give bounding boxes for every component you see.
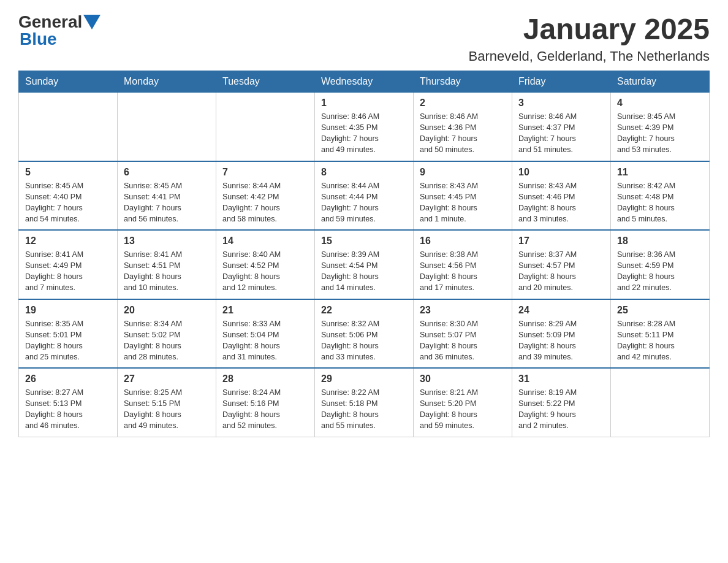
day-info: Sunrise: 8:36 AM Sunset: 4:59 PM Dayligh… (617, 249, 703, 294)
calendar-week-row: 26Sunrise: 8:27 AM Sunset: 5:13 PM Dayli… (19, 368, 710, 437)
calendar-cell: 10Sunrise: 8:43 AM Sunset: 4:46 PM Dayli… (512, 161, 611, 231)
day-info: Sunrise: 8:45 AM Sunset: 4:40 PM Dayligh… (25, 180, 111, 225)
day-info: Sunrise: 8:44 AM Sunset: 4:44 PM Dayligh… (321, 180, 407, 225)
day-info: Sunrise: 8:27 AM Sunset: 5:13 PM Dayligh… (25, 387, 111, 432)
title-area: January 2025 Barneveld, Gelderland, The … (469, 12, 710, 64)
day-number: 28 (222, 373, 308, 385)
day-info: Sunrise: 8:43 AM Sunset: 4:45 PM Dayligh… (420, 180, 506, 225)
day-info: Sunrise: 8:38 AM Sunset: 4:56 PM Dayligh… (420, 249, 506, 294)
calendar-cell (118, 93, 216, 161)
day-info: Sunrise: 8:24 AM Sunset: 5:16 PM Dayligh… (222, 387, 308, 432)
day-number: 11 (617, 167, 703, 178)
day-info: Sunrise: 8:45 AM Sunset: 4:41 PM Dayligh… (124, 180, 210, 225)
calendar-cell: 20Sunrise: 8:34 AM Sunset: 5:02 PM Dayli… (118, 299, 216, 369)
day-number: 9 (420, 167, 506, 178)
day-info: Sunrise: 8:30 AM Sunset: 5:07 PM Dayligh… (420, 318, 506, 363)
calendar-cell: 6Sunrise: 8:45 AM Sunset: 4:41 PM Daylig… (118, 161, 216, 231)
day-info: Sunrise: 8:46 AM Sunset: 4:37 PM Dayligh… (518, 111, 604, 156)
calendar-cell: 26Sunrise: 8:27 AM Sunset: 5:13 PM Dayli… (19, 368, 118, 437)
day-info: Sunrise: 8:41 AM Sunset: 4:51 PM Dayligh… (124, 249, 210, 294)
weekday-header-thursday: Thursday (414, 71, 512, 93)
day-number: 26 (25, 373, 111, 385)
day-number: 16 (420, 236, 506, 247)
day-info: Sunrise: 8:45 AM Sunset: 4:39 PM Dayligh… (617, 111, 703, 156)
day-info: Sunrise: 8:34 AM Sunset: 5:02 PM Dayligh… (124, 318, 210, 363)
calendar-cell: 31Sunrise: 8:19 AM Sunset: 5:22 PM Dayli… (512, 368, 611, 437)
day-info: Sunrise: 8:22 AM Sunset: 5:18 PM Dayligh… (321, 387, 407, 432)
day-info: Sunrise: 8:32 AM Sunset: 5:06 PM Dayligh… (321, 318, 407, 363)
weekday-header-monday: Monday (118, 71, 216, 93)
logo: General Blue (18, 12, 100, 49)
calendar-cell: 19Sunrise: 8:35 AM Sunset: 5:01 PM Dayli… (19, 299, 118, 369)
calendar-week-row: 1Sunrise: 8:46 AM Sunset: 4:35 PM Daylig… (19, 93, 710, 161)
day-number: 25 (617, 305, 703, 316)
day-number: 18 (617, 236, 703, 247)
calendar-week-row: 5Sunrise: 8:45 AM Sunset: 4:40 PM Daylig… (19, 161, 710, 231)
weekday-header-wednesday: Wednesday (315, 71, 414, 93)
calendar-cell: 5Sunrise: 8:45 AM Sunset: 4:40 PM Daylig… (19, 161, 118, 231)
calendar-cell: 24Sunrise: 8:29 AM Sunset: 5:09 PM Dayli… (512, 299, 611, 369)
calendar-cell: 13Sunrise: 8:41 AM Sunset: 4:51 PM Dayli… (118, 230, 216, 299)
weekday-header-saturday: Saturday (611, 71, 710, 93)
calendar-cell: 25Sunrise: 8:28 AM Sunset: 5:11 PM Dayli… (611, 299, 710, 369)
calendar-cell: 21Sunrise: 8:33 AM Sunset: 5:04 PM Dayli… (216, 299, 315, 369)
calendar-cell: 29Sunrise: 8:22 AM Sunset: 5:18 PM Dayli… (315, 368, 414, 437)
calendar-week-row: 19Sunrise: 8:35 AM Sunset: 5:01 PM Dayli… (19, 299, 710, 369)
day-number: 21 (222, 305, 308, 316)
calendar-cell: 23Sunrise: 8:30 AM Sunset: 5:07 PM Dayli… (414, 299, 512, 369)
day-info: Sunrise: 8:42 AM Sunset: 4:48 PM Dayligh… (617, 180, 703, 225)
logo-triangle-icon (83, 15, 100, 29)
day-info: Sunrise: 8:25 AM Sunset: 5:15 PM Dayligh… (124, 387, 210, 432)
day-info: Sunrise: 8:39 AM Sunset: 4:54 PM Dayligh… (321, 249, 407, 294)
logo-blue-text: Blue (20, 29, 57, 49)
calendar-cell: 28Sunrise: 8:24 AM Sunset: 5:16 PM Dayli… (216, 368, 315, 437)
calendar-cell (216, 93, 315, 161)
day-info: Sunrise: 8:44 AM Sunset: 4:42 PM Dayligh… (222, 180, 308, 225)
header: General Blue January 2025 Barneveld, Gel… (18, 12, 710, 64)
day-info: Sunrise: 8:40 AM Sunset: 4:52 PM Dayligh… (222, 249, 308, 294)
day-number: 20 (124, 305, 210, 316)
day-number: 4 (617, 98, 703, 109)
weekday-header-tuesday: Tuesday (216, 71, 315, 93)
day-number: 2 (420, 98, 506, 109)
calendar-cell: 11Sunrise: 8:42 AM Sunset: 4:48 PM Dayli… (611, 161, 710, 231)
day-number: 10 (518, 167, 604, 178)
calendar-cell: 12Sunrise: 8:41 AM Sunset: 4:49 PM Dayli… (19, 230, 118, 299)
calendar-cell (19, 93, 118, 161)
calendar-cell: 15Sunrise: 8:39 AM Sunset: 4:54 PM Dayli… (315, 230, 414, 299)
calendar-cell: 2Sunrise: 8:46 AM Sunset: 4:36 PM Daylig… (414, 93, 512, 161)
day-number: 7 (222, 167, 308, 178)
day-number: 14 (222, 236, 308, 247)
day-info: Sunrise: 8:21 AM Sunset: 5:20 PM Dayligh… (420, 387, 506, 432)
day-info: Sunrise: 8:43 AM Sunset: 4:46 PM Dayligh… (518, 180, 604, 225)
day-number: 5 (25, 167, 111, 178)
day-number: 12 (25, 236, 111, 247)
day-number: 6 (124, 167, 210, 178)
weekday-header-sunday: Sunday (19, 71, 118, 93)
calendar-cell: 30Sunrise: 8:21 AM Sunset: 5:20 PM Dayli… (414, 368, 512, 437)
day-info: Sunrise: 8:41 AM Sunset: 4:49 PM Dayligh… (25, 249, 111, 294)
day-number: 15 (321, 236, 407, 247)
day-number: 17 (518, 236, 604, 247)
day-number: 23 (420, 305, 506, 316)
day-number: 24 (518, 305, 604, 316)
calendar-cell (611, 368, 710, 437)
calendar-cell: 3Sunrise: 8:46 AM Sunset: 4:37 PM Daylig… (512, 93, 611, 161)
calendar-cell: 27Sunrise: 8:25 AM Sunset: 5:15 PM Dayli… (118, 368, 216, 437)
calendar-cell: 9Sunrise: 8:43 AM Sunset: 4:45 PM Daylig… (414, 161, 512, 231)
calendar-week-row: 12Sunrise: 8:41 AM Sunset: 4:49 PM Dayli… (19, 230, 710, 299)
calendar-table: SundayMondayTuesdayWednesdayThursdayFrid… (18, 71, 710, 437)
calendar-cell: 18Sunrise: 8:36 AM Sunset: 4:59 PM Dayli… (611, 230, 710, 299)
day-info: Sunrise: 8:28 AM Sunset: 5:11 PM Dayligh… (617, 318, 703, 363)
day-number: 13 (124, 236, 210, 247)
day-number: 1 (321, 98, 407, 109)
svg-marker-0 (83, 15, 100, 29)
day-info: Sunrise: 8:37 AM Sunset: 4:57 PM Dayligh… (518, 249, 604, 294)
day-number: 30 (420, 373, 506, 385)
day-info: Sunrise: 8:19 AM Sunset: 5:22 PM Dayligh… (518, 387, 604, 432)
calendar-cell: 7Sunrise: 8:44 AM Sunset: 4:42 PM Daylig… (216, 161, 315, 231)
calendar-cell: 22Sunrise: 8:32 AM Sunset: 5:06 PM Dayli… (315, 299, 414, 369)
calendar-subtitle: Barneveld, Gelderland, The Netherlands (469, 48, 710, 64)
day-number: 27 (124, 373, 210, 385)
calendar-cell: 8Sunrise: 8:44 AM Sunset: 4:44 PM Daylig… (315, 161, 414, 231)
